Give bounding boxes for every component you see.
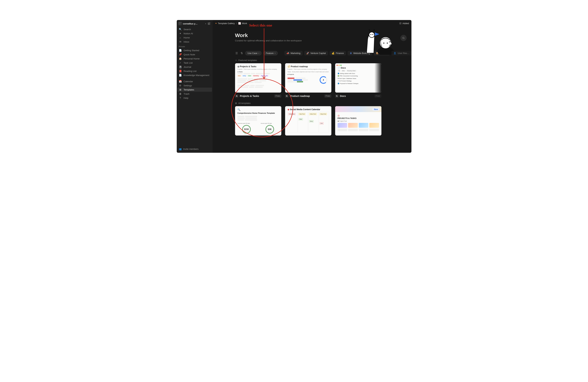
- sidebar-item-knowledge-management[interactable]: 📄Knowledge Management: [177, 73, 212, 77]
- pin-icon: 📌: [179, 53, 182, 56]
- sidebar-item-notion-ai[interactable]: ✦Notion AI: [177, 31, 212, 36]
- sidebar-item-label: Inbox: [184, 40, 189, 43]
- svg-point-1: [403, 37, 404, 38]
- chevron-down-icon: ▾: [274, 52, 275, 54]
- chevron-down-icon: ▾: [205, 23, 206, 25]
- template-title: Product roadmap: [290, 95, 323, 97]
- template-thumbnail: ◎Projects & Tasks Projects · This is you…: [235, 63, 281, 93]
- sidebar-item-journal[interactable]: 📓Journal: [177, 65, 212, 69]
- sidebar-item-label: Quick Note: [184, 53, 195, 56]
- sidebar-item-task-list[interactable]: ✓Task List: [177, 61, 212, 65]
- sidebar-item-trash[interactable]: 🗑Trash: [177, 92, 212, 96]
- svg-point-12: [387, 43, 388, 44]
- price-badge: Free: [274, 95, 281, 97]
- svg-point-4: [369, 29, 370, 31]
- search-icon: 🔍: [179, 28, 182, 31]
- template-card-docs[interactable]: 📄Docs All Mine Recently Edited 📘 Getting…: [335, 63, 381, 98]
- calendar-icon: 📅: [179, 80, 182, 83]
- template-card-projects-tasks-new[interactable]: New ◎ PROJECTS & TASKS ▣ Project Post: [335, 106, 381, 135]
- house-icon: 🏠: [179, 57, 182, 60]
- people-icon: 👥: [179, 148, 182, 150]
- breadcrumb-gallery[interactable]: ✦ Template Gallery: [215, 22, 235, 25]
- sidebar-item-label: Journal: [184, 66, 191, 68]
- sidebar-item-help[interactable]: ?Help: [177, 96, 212, 100]
- notion-icon: N: [285, 94, 289, 98]
- rocket-icon: 🚀: [306, 52, 309, 55]
- template-card-home-finances[interactable]: 🔍 Comprehensive Home Finances Template E…: [235, 106, 281, 135]
- sidebar-item-label: Trash: [184, 93, 189, 95]
- added-button[interactable]: ☑ Added: [399, 22, 409, 25]
- hero-search-button[interactable]: [400, 35, 407, 41]
- section-heading-label: All templates: [238, 102, 251, 104]
- money-icon: 💰: [332, 52, 335, 55]
- gallery-icon: ✦: [215, 22, 217, 25]
- new-badge: New: [372, 108, 380, 111]
- inbox-icon: ✉: [179, 40, 182, 43]
- svg-point-6: [370, 34, 371, 35]
- template-thumbnail: 📄Docs All Mine Recently Edited 📘 Getting…: [335, 63, 381, 93]
- svg-line-2: [404, 38, 404, 39]
- sidebar-item-search[interactable]: 🔍Search: [177, 27, 212, 31]
- category-finance[interactable]: 💰Finance: [330, 51, 346, 56]
- template-card-projects-tasks[interactable]: ◎Projects & Tasks Projects · This is you…: [235, 63, 281, 98]
- invite-members-button[interactable]: 👥 Invite members: [177, 147, 212, 152]
- star-icon: ☆: [235, 59, 237, 61]
- sidebar-item-label: Home: [184, 36, 190, 39]
- template-title: Projects & Tasks: [240, 95, 273, 97]
- category-label: Marketing: [291, 52, 300, 55]
- notion-icon: N: [335, 94, 339, 98]
- home-icon: ⌂: [179, 36, 182, 39]
- sidebar-item-personal-home[interactable]: 🏠Personal Home: [177, 57, 212, 61]
- sidebar-item-calendar[interactable]: 📅Calendar: [177, 79, 212, 83]
- hero: Work Curated for optimal efficiency and …: [213, 27, 411, 46]
- sort-icon-button[interactable]: ⇅: [240, 51, 243, 55]
- sidebar-item-getting-started[interactable]: 📄Getting Started: [177, 48, 212, 52]
- template-card-product-roadmap[interactable]: 🧭Product roadmap Projects · This is your…: [285, 63, 331, 98]
- main-content: ✦ Template Gallery / 📈 Work ☑ Added Work…: [213, 20, 411, 153]
- monitor-icon: 🖥: [350, 52, 352, 55]
- sidebar: cornellius y… ▾ 🔍Search ✦Notion AI ⌂Home…: [177, 20, 213, 153]
- section-heading: ☆ Featured templates: [235, 59, 407, 61]
- notion-icon: N: [235, 94, 238, 98]
- sidebar-item-label: Notion AI: [184, 32, 193, 35]
- breadcrumb-label: Work: [242, 22, 247, 25]
- template-title: Docs: [340, 95, 373, 97]
- sidebar-item-label: Search: [184, 28, 191, 31]
- svg-point-3: [369, 32, 375, 38]
- breadcrumb-work[interactable]: 📈 Work: [238, 22, 247, 25]
- sidebar-item-label: Help: [184, 97, 189, 99]
- filter-feature[interactable]: Feature▾: [263, 51, 278, 56]
- sidebar-item-reading-list[interactable]: 📕Reading List: [177, 69, 212, 73]
- new-page-button[interactable]: [207, 22, 211, 25]
- filter-use-case[interactable]: Use Case▾: [245, 51, 262, 56]
- sidebar-item-quick-note[interactable]: 📌Quick Note: [177, 52, 212, 57]
- chart-icon: 📈: [238, 22, 241, 25]
- workspace-switcher[interactable]: cornellius y… ▾: [177, 21, 212, 26]
- sidebar-item-inbox[interactable]: ✉Inbox: [177, 40, 212, 44]
- breadcrumb-separator: /: [236, 22, 237, 25]
- megaphone-icon: 📣: [287, 52, 289, 55]
- help-icon: ?: [179, 96, 182, 99]
- category-user-research[interactable]: 👤User Res…: [391, 51, 411, 56]
- chevron-down-icon: ▾: [258, 52, 259, 54]
- svg-marker-8: [375, 32, 379, 36]
- category-label: Venture Capital: [311, 52, 326, 55]
- search-icon: [402, 37, 405, 39]
- book-icon: 📕: [179, 70, 182, 72]
- filter-icon-button[interactable]: ☰: [235, 51, 238, 55]
- sidebar-item-label: Knowledge Management: [184, 74, 209, 76]
- trash-icon: 🗑: [179, 92, 182, 95]
- workspace-avatar: [178, 22, 182, 25]
- sidebar-item-home[interactable]: ⌂Home: [177, 36, 212, 40]
- category-venture-capital[interactable]: 🚀Venture Capital: [304, 51, 328, 56]
- sidebar-item-templates[interactable]: ⊞Templates: [177, 88, 212, 92]
- grid-icon: ⊞: [235, 102, 237, 104]
- added-label: Added: [402, 22, 409, 25]
- sidebar-item-label: Task List: [184, 61, 193, 64]
- template-card-social-calendar[interactable]: ◉Social Media Content Calendar Video Ide…: [285, 106, 331, 135]
- filter-label: Use Case: [248, 52, 257, 55]
- sidebar-item-settings[interactable]: ⚙Settings: [177, 83, 212, 88]
- section-heading: ⊞ All templates: [235, 102, 407, 104]
- category-marketing[interactable]: 📣Marketing: [284, 51, 303, 56]
- sidebar-item-label: Templates: [184, 88, 194, 91]
